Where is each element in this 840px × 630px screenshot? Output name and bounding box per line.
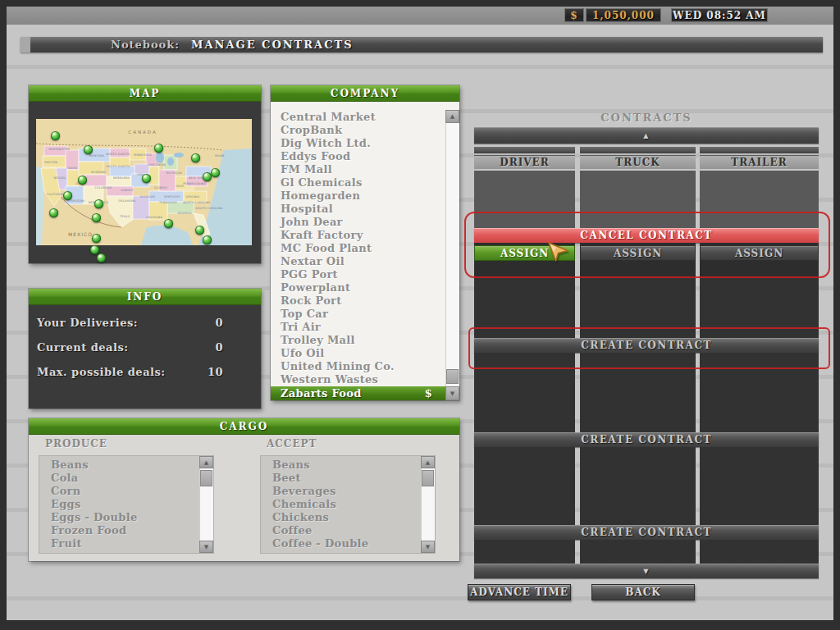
- map-pin-icon[interactable]: [142, 174, 151, 183]
- company-list-item[interactable]: FM Mall: [271, 163, 445, 176]
- company-list-item-selected[interactable]: Zabarts Food $: [271, 386, 445, 400]
- company-list-item[interactable]: Central Market: [271, 111, 445, 124]
- accept-list-item[interactable]: Chemicals: [261, 498, 421, 511]
- scroll-up-button[interactable]: ▲: [445, 110, 459, 123]
- scrollbar-thumb[interactable]: [422, 470, 434, 486]
- driver-cell[interactable]: [474, 353, 575, 432]
- accept-list-item[interactable]: Beverages: [261, 485, 421, 498]
- company-list-item[interactable]: MC Food Plant: [271, 242, 445, 255]
- produce-list-item[interactable]: Frozen Food: [39, 524, 199, 537]
- create-contract-button[interactable]: CREATE CONTRACT: [474, 338, 819, 353]
- company-list-item[interactable]: PGG Port: [271, 268, 445, 281]
- produce-list-item[interactable]: Cola: [39, 472, 199, 485]
- map-pin-icon[interactable]: [84, 145, 93, 154]
- scroll-up-button[interactable]: ▲: [199, 456, 213, 468]
- company-list-item[interactable]: Homegarden: [271, 189, 445, 203]
- map-pin-icon[interactable]: [94, 199, 103, 208]
- map-pin-icon[interactable]: [63, 191, 72, 200]
- scroll-down-button[interactable]: ▼: [445, 386, 459, 400]
- produce-list-item[interactable]: Eggs: [39, 498, 199, 511]
- accept-list-item[interactable]: Beans: [261, 459, 421, 472]
- driver-cell[interactable]: [474, 540, 575, 564]
- company-list-item[interactable]: Top Car: [271, 308, 445, 321]
- company-list-item[interactable]: Kraft Factory: [271, 229, 445, 242]
- create-contract-button[interactable]: CREATE CONTRACT: [474, 525, 819, 540]
- truck-cell[interactable]: [580, 540, 696, 564]
- company-list-item[interactable]: United Mining Co.: [271, 360, 445, 373]
- produce-list-item[interactable]: Eggs - Double: [39, 511, 199, 524]
- company-list-item[interactable]: Gl Chemicals: [271, 176, 445, 189]
- scroll-down-button[interactable]: ▼: [421, 541, 435, 553]
- accept-list-item[interactable]: Chickens: [261, 511, 421, 524]
- company-list: Central MarketCropBankDig Witch Ltd.Eddy…: [271, 102, 459, 400]
- assign-truck-button[interactable]: ASSIGN: [580, 245, 696, 261]
- produce-scrollbar[interactable]: ▲ ▼: [199, 456, 213, 553]
- assign-driver-button[interactable]: ASSIGN: [474, 245, 575, 261]
- contracts-scroll-up-bar[interactable]: ▲: [474, 127, 819, 144]
- advance-time-button[interactable]: ADVANCE TIME: [468, 584, 571, 600]
- company-list-item[interactable]: Hospital: [271, 203, 445, 216]
- produce-list-item[interactable]: Fruit: [39, 537, 199, 550]
- company-list-item[interactable]: Trolley Mall: [271, 334, 445, 347]
- map-pin-icon[interactable]: [97, 253, 106, 262]
- driver-cell[interactable]: [474, 277, 575, 338]
- state-label: NEBRASKA: [113, 176, 130, 180]
- company-scrollbar[interactable]: ▲ ▼: [445, 110, 459, 400]
- accept-list-item[interactable]: Coffee: [261, 524, 421, 537]
- produce-list-item[interactable]: Corn: [39, 485, 199, 498]
- map-pin-icon[interactable]: [51, 131, 60, 140]
- contracts-scroll-down-bar[interactable]: ▼: [474, 564, 819, 578]
- accept-scrollbar[interactable]: ▲ ▼: [421, 456, 435, 553]
- truck-cell[interactable]: [580, 277, 696, 338]
- truck-cell[interactable]: [580, 171, 696, 228]
- accept-list-item[interactable]: Beet: [261, 472, 421, 485]
- scrollbar-thumb[interactable]: [446, 369, 459, 384]
- trailer-cell[interactable]: [700, 540, 819, 564]
- company-list-item[interactable]: Ufo Oil: [271, 347, 445, 360]
- state-label: OKLAHOMA: [118, 199, 136, 203]
- company-list-item[interactable]: Tri Air: [271, 321, 445, 334]
- trailer-cell[interactable]: [700, 447, 819, 525]
- map-pin-icon[interactable]: [92, 234, 101, 243]
- back-button[interactable]: BACK: [591, 584, 695, 600]
- map-pin-icon[interactable]: [154, 144, 163, 153]
- company-list-item[interactable]: Nextar Oil: [271, 255, 445, 268]
- up-arrow-icon: ▲: [643, 132, 650, 139]
- map-pin-icon[interactable]: [203, 235, 212, 244]
- create-contract-button[interactable]: CREATE CONTRACT: [474, 432, 819, 447]
- driver-cell[interactable]: [474, 447, 575, 525]
- truck-cell[interactable]: [580, 447, 696, 525]
- company-list-item[interactable]: CropBank: [271, 124, 445, 137]
- company-list-item[interactable]: Dig Witch Ltd.: [271, 137, 445, 150]
- info-label: Your Deliveries:: [37, 317, 138, 329]
- map-pin-icon[interactable]: [49, 208, 58, 217]
- assign-trailer-button[interactable]: ASSIGN: [700, 245, 819, 261]
- scroll-up-button[interactable]: ▲: [421, 456, 435, 468]
- map-pin-icon[interactable]: [90, 245, 99, 254]
- money-icon[interactable]: $: [564, 8, 584, 22]
- company-list-item[interactable]: Powerplant: [271, 281, 445, 294]
- map-pin-icon[interactable]: [92, 213, 101, 222]
- up-arrow-icon: ▲: [426, 459, 430, 466]
- titlebar-notch: [21, 37, 30, 52]
- accept-list-item[interactable]: Coffee - Double: [261, 537, 421, 550]
- produce-list-item[interactable]: Beans: [39, 459, 199, 472]
- scroll-down-button[interactable]: ▼: [199, 541, 213, 553]
- map-pin-icon[interactable]: [78, 176, 87, 185]
- cancel-contract-button[interactable]: CANCEL CONTRACT: [474, 228, 819, 243]
- company-list-item[interactable]: John Dear: [271, 216, 445, 229]
- trailer-cell[interactable]: [700, 353, 819, 432]
- company-list-item[interactable]: Eddys Food: [271, 150, 445, 163]
- map-pin-icon[interactable]: [191, 153, 200, 162]
- truck-cell[interactable]: [580, 353, 696, 432]
- map-pin-icon[interactable]: [195, 226, 204, 235]
- map-pin-icon[interactable]: [203, 172, 212, 181]
- driver-cell[interactable]: [474, 171, 575, 228]
- map-pin-icon[interactable]: [164, 219, 173, 228]
- trailer-cell[interactable]: [700, 171, 819, 228]
- company-list-item[interactable]: Rock Port: [271, 294, 445, 308]
- trailer-cell[interactable]: [700, 277, 819, 338]
- company-list-item[interactable]: Western Wastes: [271, 373, 445, 386]
- map-pin-icon[interactable]: [211, 168, 220, 177]
- scrollbar-thumb[interactable]: [200, 470, 212, 486]
